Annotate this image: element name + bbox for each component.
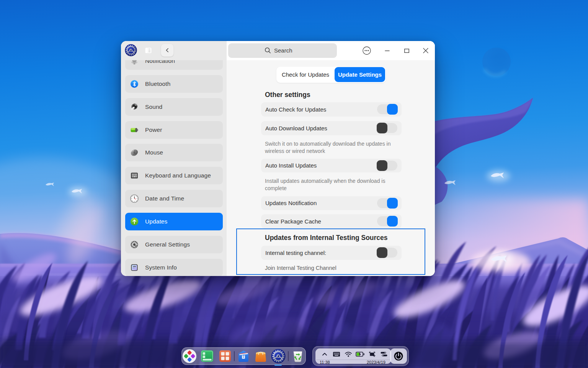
svg-text:info: info [133,266,136,268]
